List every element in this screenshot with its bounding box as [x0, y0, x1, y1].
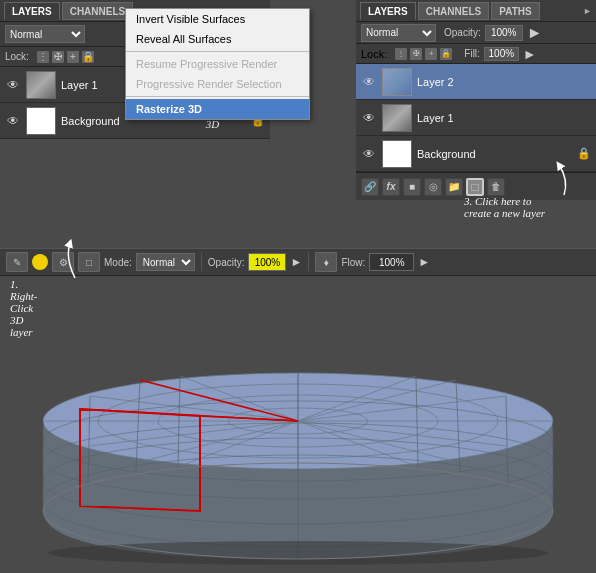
layer-name-layer1-right: Layer 1	[417, 112, 591, 124]
fill-input-right[interactable]	[484, 47, 519, 61]
lock-label-left: Lock:	[5, 51, 29, 62]
tab-layers-right[interactable]: LAYERS	[360, 2, 416, 20]
annotation-1-text: 1. Right-Click 3D layer	[10, 278, 38, 338]
lock-dots-icon-r[interactable]: ⋮	[395, 48, 407, 60]
layer-lock-bg-right: 🔒	[577, 147, 591, 160]
link-layers-icon[interactable]: 🔗	[361, 178, 379, 196]
lock-padlock-icon-r[interactable]: 🔒	[440, 48, 452, 60]
lock-bar-right: Lock: ⋮ ✠ + 🔒 Fill: ►	[356, 44, 596, 64]
lock-padlock-icon[interactable]: 🔒	[82, 51, 94, 63]
opacity-label-tb: Opacity:	[208, 257, 245, 268]
tab-paths-right[interactable]: PATHS	[491, 2, 539, 20]
ctx-divider-1	[126, 51, 309, 52]
ctx-resume-render[interactable]: Resume Progressive Render	[126, 54, 309, 74]
tb-sep-1	[201, 253, 202, 271]
flow-icon-tb[interactable]: ♦	[315, 252, 337, 272]
adjustment-icon[interactable]: ◎	[424, 178, 442, 196]
blend-mode-bar-right: Normal Opacity: ►	[356, 22, 596, 44]
ctx-rasterize-3d[interactable]: Rasterize 3D	[126, 99, 309, 119]
flow-label-tb: Flow:	[341, 257, 365, 268]
context-menu: Invert Visible Surfaces Reveal All Surfa…	[125, 8, 310, 120]
folder-icon[interactable]: 📁	[445, 178, 463, 196]
layer-item-layer1-right[interactable]: 👁 Layer 1	[356, 100, 596, 136]
ctx-reveal-all[interactable]: Reveal All Surfaces	[126, 29, 309, 49]
panel-menu-arrow-right[interactable]: ►	[583, 6, 592, 16]
opacity-stepper-tb[interactable]: ►	[290, 255, 302, 269]
layer-thumb-layer1-right	[382, 104, 412, 132]
layer-vis-layer1-left[interactable]: 👁	[5, 78, 21, 92]
ctx-progressive-render[interactable]: Progressive Render Selection	[126, 74, 309, 94]
blend-mode-select-right[interactable]: Normal	[361, 24, 436, 42]
layer-name-bg-right: Background	[417, 148, 572, 160]
new-layer-icon[interactable]: □	[466, 178, 484, 196]
canvas-area	[0, 276, 596, 573]
opacity-label-right: Opacity:	[444, 27, 481, 38]
layer-vis-layer2-right[interactable]: 👁	[361, 75, 377, 89]
flow-stepper-tb[interactable]: ►	[418, 255, 430, 269]
layer-vis-layer1-right[interactable]: 👁	[361, 111, 377, 125]
layer-thumb-bg-right	[382, 140, 412, 168]
fill-arrow-right[interactable]: ►	[523, 46, 537, 62]
svg-point-39	[48, 541, 548, 565]
blend-mode-select-left[interactable]: Normal	[5, 25, 85, 43]
tab-channels-left[interactable]: CHANNELS	[62, 2, 134, 20]
opacity-input-right[interactable]	[485, 25, 523, 41]
layer-thumb-layer1-left	[26, 71, 56, 99]
opacity-arrow-right[interactable]: ►	[527, 24, 543, 42]
layer-vis-bg-left[interactable]: 👁	[5, 114, 21, 128]
layer-thumb-bg-left	[26, 107, 56, 135]
annotation-1-arrow	[55, 238, 175, 288]
tab-layers-left[interactable]: LAYERS	[4, 2, 60, 20]
ctx-invert-visible[interactable]: Invert Visible Surfaces	[126, 9, 309, 29]
ctx-divider-2	[126, 96, 309, 97]
lock-icons-left: ⋮ ✠ + 🔒	[37, 51, 94, 63]
brush-tool-btn[interactable]: ✎	[6, 252, 28, 272]
fx-icon[interactable]: fx	[382, 178, 400, 196]
annotation-3-arrow	[504, 160, 584, 200]
layer-item-layer2-right[interactable]: 👁 Layer 2	[356, 64, 596, 100]
mask-icon[interactable]: ■	[403, 178, 421, 196]
canvas-svg	[0, 276, 596, 573]
tab-channels-right[interactable]: CHANNELS	[418, 2, 490, 20]
layer-vis-bg-right[interactable]: 👁	[361, 147, 377, 161]
lock-icons-right: ⋮ ✠ + 🔒	[395, 48, 452, 60]
lock-plus-icon-r[interactable]: +	[425, 48, 437, 60]
right-tab-bar: LAYERS CHANNELS PATHS ►	[356, 0, 596, 22]
flow-input-tb[interactable]	[369, 253, 414, 271]
tb-sep-2	[308, 253, 309, 271]
lock-label-right: Lock:	[361, 48, 387, 60]
layer-thumb-layer2-right	[382, 68, 412, 96]
airbrush-btn[interactable]	[32, 254, 48, 270]
delete-layer-icon[interactable]: 🗑	[487, 178, 505, 196]
fill-label-right: Fill:	[464, 48, 480, 59]
opacity-input-tb[interactable]	[248, 253, 286, 271]
lock-move-icon-r[interactable]: ✠	[410, 48, 422, 60]
layer-name-layer2-right: Layer 2	[417, 76, 591, 88]
annotation-3-text: 3. Click here to create a new layer	[464, 195, 545, 219]
lock-plus-icon[interactable]: +	[67, 51, 79, 63]
lock-dots-icon[interactable]: ⋮	[37, 51, 49, 63]
lock-move-icon[interactable]: ✠	[52, 51, 64, 63]
